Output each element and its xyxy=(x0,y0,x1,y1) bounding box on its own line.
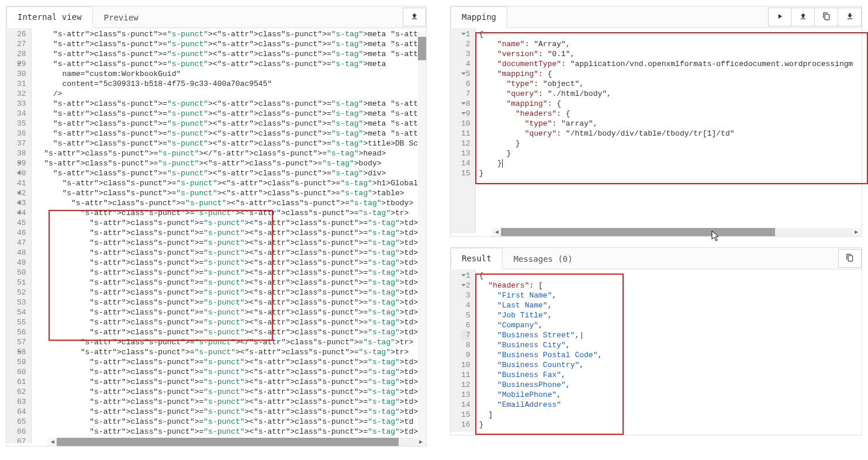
tab-preview[interactable]: Preview xyxy=(93,7,150,27)
run-button[interactable] xyxy=(768,8,791,26)
play-icon xyxy=(776,12,784,22)
upload-mapping-button[interactable] xyxy=(791,8,815,26)
download-icon xyxy=(846,12,854,22)
copy-mapping-button[interactable] xyxy=(815,8,838,26)
copy-icon xyxy=(846,254,854,264)
result-panel: Result Messages (0) 12345678910111213141… xyxy=(450,247,862,435)
result-editor[interactable]: 12345678910111213141516 { "headers": [ "… xyxy=(451,269,862,432)
result-tabs: Result Messages (0) xyxy=(451,248,862,269)
result-gutter: 12345678910111213141516 xyxy=(451,269,476,432)
download-mapping-button[interactable] xyxy=(838,8,862,26)
scroll-right-icon[interactable]: ► xyxy=(852,229,860,236)
scroll-left-icon[interactable]: ◄ xyxy=(49,439,57,445)
tab-messages[interactable]: Messages (0) xyxy=(503,248,584,269)
mapping-gutter: 123456789101112131415 xyxy=(451,28,476,233)
upload-button[interactable] xyxy=(403,8,426,26)
source-horizontal-scrollbar[interactable]: ◄ ► xyxy=(47,438,426,446)
source-panel: Internal view Preview 262728293031323334… xyxy=(6,6,427,447)
copy-result-button[interactable] xyxy=(838,249,862,268)
upload-icon xyxy=(799,12,807,22)
source-vertical-scrollbar[interactable] xyxy=(418,31,426,438)
mapping-editor[interactable]: 123456789101112131415 { "name": "Array",… xyxy=(451,28,862,233)
source-tabs: Internal view Preview xyxy=(6,6,426,28)
mapping-tabs: Mapping xyxy=(451,6,862,28)
mapping-panel: Mapping 123456789101112131415 { "name": … xyxy=(450,6,862,237)
scroll-right-icon[interactable]: ► xyxy=(417,439,425,445)
source-code[interactable]: "s-attr">class"s-punct">="s-punct"><"s-a… xyxy=(32,28,426,443)
copy-icon xyxy=(822,12,831,22)
source-editor[interactable]: 2627282930313233343536373839404142434445… xyxy=(6,28,426,443)
mapping-code[interactable]: { "name": "Array", "version": "0.1", "do… xyxy=(476,28,862,233)
source-gutter: 2627282930313233343536373839404142434445… xyxy=(6,28,32,443)
tab-internal-view[interactable]: Internal view xyxy=(6,6,93,28)
upload-icon xyxy=(410,12,419,22)
scroll-left-icon[interactable]: ◄ xyxy=(493,229,501,236)
tab-result[interactable]: Result xyxy=(451,248,503,269)
tab-mapping[interactable]: Mapping xyxy=(451,6,507,28)
mapping-horizontal-scrollbar[interactable]: ◄ ► xyxy=(492,228,862,236)
result-code[interactable]: { "headers": [ "First Name", "Last Name"… xyxy=(476,269,862,432)
